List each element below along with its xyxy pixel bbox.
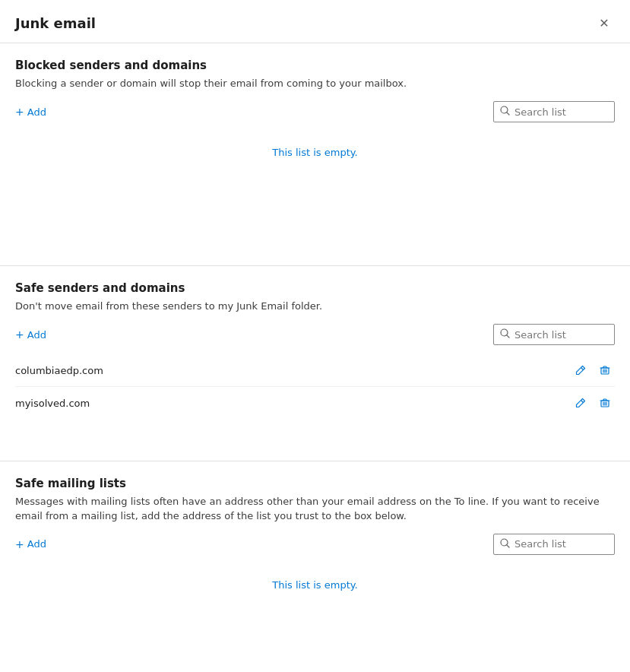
safe-sender-item-2-name: myisolved.com bbox=[15, 398, 90, 409]
safe-mailing-section: Safe mailing lists Messages with mailing… bbox=[0, 461, 630, 672]
dialog-header: Junk email ✕ bbox=[0, 0, 630, 43]
edit-icon bbox=[575, 365, 586, 376]
safe-senders-list: columbiaedp.com bbox=[15, 354, 615, 445]
svg-line-3 bbox=[507, 335, 509, 338]
safe-senders-search-box[interactable] bbox=[493, 324, 615, 345]
blocked-senders-description: Blocking a sender or domain will stop th… bbox=[15, 77, 615, 90]
list-item: columbiaedp.com bbox=[15, 354, 615, 387]
list-item: myisolved.com bbox=[15, 387, 615, 419]
safe-mailing-toolbar: + Add bbox=[15, 534, 615, 555]
safe-sender-item-1-name: columbiaedp.com bbox=[15, 365, 103, 376]
delete-icon bbox=[600, 365, 610, 376]
safe-mailing-list: This list is empty. bbox=[15, 564, 615, 667]
plus-icon-safe: + bbox=[15, 328, 24, 341]
edit-columbiaedp-button[interactable] bbox=[571, 362, 590, 379]
svg-line-1 bbox=[507, 113, 509, 115]
svg-line-4 bbox=[581, 368, 584, 370]
blocked-senders-add-button[interactable]: + Add bbox=[15, 103, 46, 121]
safe-senders-add-label: Add bbox=[27, 329, 46, 341]
delete-columbiaedp-button[interactable] bbox=[595, 362, 615, 379]
plus-icon-mailing: + bbox=[15, 538, 24, 550]
edit-icon bbox=[575, 398, 586, 408]
delete-icon bbox=[600, 398, 610, 408]
close-button[interactable]: ✕ bbox=[594, 12, 615, 33]
svg-line-10 bbox=[581, 401, 584, 403]
safe-senders-search-input[interactable] bbox=[514, 329, 608, 341]
safe-senders-description: Don't move email from these senders to m… bbox=[15, 300, 615, 313]
svg-line-17 bbox=[507, 545, 509, 547]
safe-mailing-description: Messages with mailing lists often have a… bbox=[15, 495, 615, 522]
item-1-actions bbox=[571, 362, 615, 379]
blocked-senders-search-icon bbox=[500, 106, 510, 118]
safe-senders-search-icon bbox=[500, 328, 510, 341]
safe-mailing-search-input[interactable] bbox=[514, 538, 608, 550]
safe-senders-title: Safe senders and domains bbox=[15, 281, 615, 295]
item-2-actions bbox=[571, 395, 615, 411]
plus-icon: + bbox=[15, 106, 24, 118]
safe-senders-section: Safe senders and domains Don't move emai… bbox=[0, 266, 630, 461]
blocked-senders-empty: This list is empty. bbox=[15, 132, 615, 234]
delete-myisolved-button[interactable] bbox=[595, 395, 615, 411]
dialog-title: Junk email bbox=[15, 15, 96, 31]
safe-mailing-title: Safe mailing lists bbox=[15, 477, 615, 490]
safe-mailing-add-label: Add bbox=[27, 538, 46, 550]
blocked-senders-search-input[interactable] bbox=[514, 106, 608, 118]
junk-email-dialog: Junk email ✕ Blocked senders and domains… bbox=[0, 0, 630, 672]
edit-myisolved-button[interactable] bbox=[571, 395, 590, 411]
safe-mailing-search-box[interactable] bbox=[493, 534, 615, 555]
safe-senders-toolbar: + Add bbox=[15, 324, 615, 345]
safe-mailing-add-button[interactable]: + Add bbox=[15, 535, 46, 553]
blocked-senders-title: Blocked senders and domains bbox=[15, 59, 615, 72]
close-icon: ✕ bbox=[599, 16, 609, 30]
blocked-senders-toolbar: + Add bbox=[15, 101, 615, 122]
safe-mailing-search-icon bbox=[500, 538, 510, 550]
blocked-senders-section: Blocked senders and domains Blocking a s… bbox=[0, 43, 630, 266]
safe-mailing-empty: This list is empty. bbox=[15, 564, 615, 667]
blocked-senders-add-label: Add bbox=[27, 106, 46, 118]
safe-senders-add-button[interactable]: + Add bbox=[15, 325, 46, 344]
blocked-senders-search-box[interactable] bbox=[493, 101, 615, 122]
blocked-senders-list: This list is empty. bbox=[15, 132, 615, 253]
